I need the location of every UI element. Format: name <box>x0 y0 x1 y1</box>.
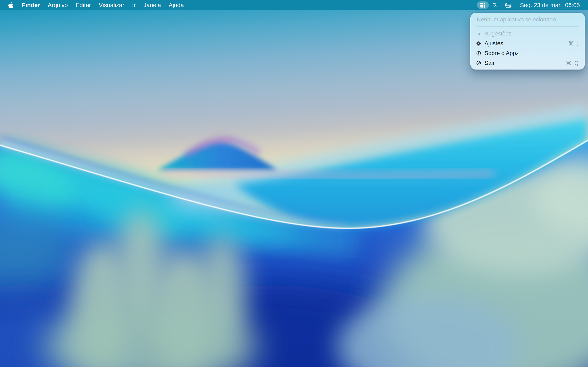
menu-bar-item-label: Ir <box>132 2 136 8</box>
menu-bar-left: Finder Arquivo Editar Visualizar Ir Jane… <box>4 0 188 10</box>
no-app-selected-header: Nenhum aplicativo selecionado <box>477 16 579 24</box>
apple-menu-button[interactable] <box>4 0 18 10</box>
menu-bar-status-area: Seg. 23 de mar. 06:05 <box>477 0 580 10</box>
menu-bar-item-label: Janela <box>144 2 161 8</box>
menu-bar-clock-time[interactable]: 06:05 <box>565 2 580 8</box>
menu-item-sair[interactable]: Sair ⌘ Q <box>470 58 585 68</box>
menu-item-label: Sair <box>484 60 495 66</box>
app-grid-dropdown-menu: Nenhum aplicativo selecionado Sugestões <box>470 13 585 69</box>
menu-bar-clock-date[interactable]: Seg. 23 de mar. <box>520 2 562 8</box>
menu-item-sobre-o-appz[interactable]: Sobre o Appz <box>470 48 585 58</box>
menu-bar-item-janela[interactable]: Janela <box>140 0 165 10</box>
menu-item-ajustes[interactable]: Ajustes ⌘ , <box>470 39 585 48</box>
menu-bar-item-visualizar[interactable]: Visualizar <box>95 0 128 10</box>
info-icon <box>476 50 481 56</box>
menu-bar-item-label: Visualizar <box>99 2 124 8</box>
spotlight-search-button[interactable] <box>492 2 498 8</box>
menu-item-shortcut: ⌘ Q <box>566 60 579 66</box>
menu-bar-item-label: Ajuda <box>169 2 184 8</box>
control-center-button[interactable] <box>505 3 511 8</box>
search-icon <box>492 2 498 8</box>
desktop: Finder Arquivo Editar Visualizar Ir Jane… <box>0 0 588 367</box>
menu-item-shortcut: ⌘ , <box>568 40 579 47</box>
menu-item-label: Ajustes <box>484 40 503 47</box>
menu-bar-item-ajuda[interactable]: Ajuda <box>165 0 188 10</box>
apple-icon <box>8 2 13 8</box>
menu-bar-item-label: Arquivo <box>48 2 68 8</box>
menu-items: Sugestões Ajustes ⌘ , <box>470 27 585 69</box>
quit-icon <box>476 60 481 66</box>
control-center-icon <box>505 3 511 8</box>
menu-item-sugestoes: Sugestões <box>470 29 585 39</box>
sparkle-icon <box>476 31 481 36</box>
menu-item-label: Sugestões <box>484 30 511 37</box>
menu-bar-item-ir[interactable]: Ir <box>128 0 140 10</box>
app-grid-icon <box>480 2 485 8</box>
menu-bar-item-finder[interactable]: Finder <box>18 0 44 10</box>
gear-icon <box>476 41 481 46</box>
menu-bar-item-label: Finder <box>22 2 40 8</box>
menu-item-label: Sobre o Appz <box>484 50 519 57</box>
app-grid-menu-button[interactable] <box>477 1 489 9</box>
menu-bar-item-arquivo[interactable]: Arquivo <box>44 0 72 10</box>
menu-bar-item-editar[interactable]: Editar <box>72 0 95 10</box>
menu-bar-item-label: Editar <box>76 2 91 8</box>
menu-bar: Finder Arquivo Editar Visualizar Ir Jane… <box>0 0 588 10</box>
